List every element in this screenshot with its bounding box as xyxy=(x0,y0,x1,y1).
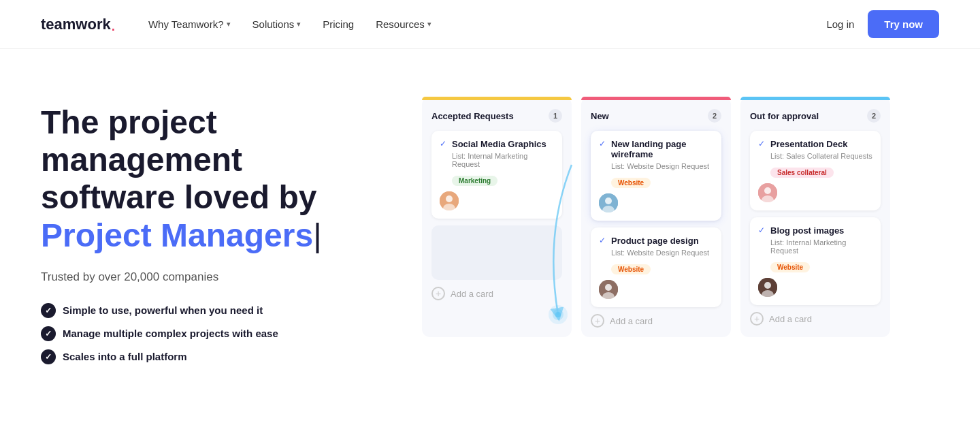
svg-point-10 xyxy=(764,187,771,194)
board-columns: Accepted Requests 1 ✓ Social Media Graph… xyxy=(422,90,939,337)
bullet-label-2: Manage multiple complex projects with ea… xyxy=(63,328,278,339)
column-header-new: New 2 xyxy=(591,109,721,123)
login-button[interactable]: Log in xyxy=(826,18,854,30)
plus-icon-approval: + xyxy=(750,312,764,326)
hero-heading: The project management software loved by… xyxy=(41,104,395,254)
try-now-button[interactable]: Try now xyxy=(868,10,939,38)
navbar: teamwork. Why Teamwork? ▾ Solutions ▾ Pr… xyxy=(0,0,980,49)
check-icon-blog: ✓ xyxy=(758,225,765,235)
avatar-social xyxy=(440,191,459,210)
bullet-2: ✓ Manage multiple complex projects with … xyxy=(41,326,395,341)
hero-heading-highlight: Project Managers xyxy=(41,217,313,253)
column-header-approval: Out for approval 2 xyxy=(750,109,881,123)
avatar-row-landing xyxy=(599,193,713,212)
card-title-social: Social Media Graphics xyxy=(452,139,554,149)
card-list-product: List: Website Design Request xyxy=(611,249,709,257)
nav-solutions-label: Solutions xyxy=(252,18,295,30)
card-product-page: ✓ Product page design List: Website Desi… xyxy=(591,227,721,307)
cursor: | xyxy=(313,217,321,253)
logo-text: teamwork xyxy=(41,16,111,33)
chevron-down-icon: ▾ xyxy=(297,20,301,29)
avatar-landing xyxy=(599,193,618,212)
card-list-blog: List: Internal Marketing Request xyxy=(770,238,872,255)
bullet-1: ✓ Simple to use, powerful when you need … xyxy=(41,303,395,318)
logo-dot: . xyxy=(111,16,116,33)
card-blog-post: ✓ Blog post images List: Internal Market… xyxy=(750,217,881,305)
add-card-label-approval: Add a card xyxy=(769,314,812,324)
plus-icon-new: + xyxy=(591,314,604,328)
hero-left: The project management software loved by… xyxy=(41,90,395,364)
nav-item-solutions[interactable]: Solutions ▾ xyxy=(252,18,301,30)
avatar-row-blog xyxy=(758,278,872,297)
avatar-row-social xyxy=(440,191,554,210)
hero-section: The project management software loved by… xyxy=(0,49,980,364)
nav-item-resources[interactable]: Resources ▾ xyxy=(376,18,431,30)
card-list-social: List: Internal Marketing Request xyxy=(452,152,554,168)
nav-why-label: Why Teamwork? xyxy=(148,18,224,30)
add-card-new[interactable]: + Add a card xyxy=(591,314,721,328)
nav-actions: Log in Try now xyxy=(826,10,939,38)
chevron-down-icon: ▾ xyxy=(227,20,231,29)
column-title-new: New xyxy=(591,111,609,121)
hero-bullets: ✓ Simple to use, powerful when you need … xyxy=(41,303,395,364)
tag-website-landing: Website xyxy=(611,178,651,188)
tag-marketing: Marketing xyxy=(452,176,497,186)
hero-heading-line1: The project management xyxy=(41,104,242,178)
nav-item-pricing[interactable]: Pricing xyxy=(323,18,354,30)
card-presentation-deck: ✓ Presentation Deck List: Sales Collater… xyxy=(750,131,881,210)
nav-resources-label: Resources xyxy=(376,18,425,30)
column-top-bar-blue xyxy=(740,97,890,100)
chevron-down-icon: ▾ xyxy=(427,20,431,29)
svg-point-4 xyxy=(605,198,612,204)
avatar-product xyxy=(599,280,618,299)
kanban-board: Accepted Requests 1 ✓ Social Media Graph… xyxy=(422,90,939,337)
svg-point-7 xyxy=(605,284,612,291)
card-title-product: Product page design xyxy=(611,236,709,246)
check-icon-2: ✓ xyxy=(41,326,56,341)
column-top-bar-yellow xyxy=(422,97,572,100)
column-count-approval: 2 xyxy=(867,109,881,123)
hero-trusted: Trusted by over 20,000 companies xyxy=(41,270,395,284)
plus-icon: + xyxy=(431,287,445,300)
check-icon: ✓ xyxy=(440,139,446,148)
nav-links: Why Teamwork? ▾ Solutions ▾ Pricing Reso… xyxy=(148,18,826,30)
tag-sales-deck: Sales collateral xyxy=(770,168,834,178)
avatar-row-product xyxy=(599,280,713,299)
avatar-blog xyxy=(758,278,777,297)
check-icon-product: ✓ xyxy=(599,236,606,245)
card-title-landing: New landing page wireframe xyxy=(611,139,713,159)
tag-website-blog: Website xyxy=(770,262,810,272)
column-title-approval: Out for approval xyxy=(750,111,819,121)
add-card-label-new: Add a card xyxy=(610,316,653,326)
add-card-label-accepted: Add a card xyxy=(451,289,493,299)
column-header-accepted: Accepted Requests 1 xyxy=(431,109,562,123)
column-new: New 2 ✓ New landing page wireframe List:… xyxy=(581,97,731,337)
svg-point-1 xyxy=(446,195,453,202)
check-icon-deck: ✓ xyxy=(758,139,765,148)
bullet-label-3: Scales into a full platform xyxy=(63,351,187,362)
column-count-accepted: 1 xyxy=(549,109,562,123)
column-accepted: Accepted Requests 1 ✓ Social Media Graph… xyxy=(422,97,572,337)
card-social-media: ✓ Social Media Graphics List: Internal M… xyxy=(431,131,562,219)
card-title-blog: Blog post images xyxy=(770,225,872,236)
check-icon-3: ✓ xyxy=(41,349,56,364)
column-title-accepted: Accepted Requests xyxy=(431,111,514,121)
column-out-for-approval: Out for approval 2 ✓ Presentation Deck L… xyxy=(740,97,890,337)
tag-website-product: Website xyxy=(611,264,651,274)
logo[interactable]: teamwork. xyxy=(41,16,116,33)
svg-point-13 xyxy=(764,282,771,289)
check-icon-landing: ✓ xyxy=(599,139,606,148)
bullet-label-1: Simple to use, powerful when you need it xyxy=(63,304,263,316)
check-icon-1: ✓ xyxy=(41,303,56,318)
card-placeholder-accepted xyxy=(431,225,562,280)
hero-heading-line2: software loved by xyxy=(41,179,316,215)
column-top-bar-pink xyxy=(581,97,731,100)
avatar-row-deck xyxy=(758,183,872,202)
card-list-landing: List: Website Design Request xyxy=(611,162,713,170)
card-title-deck: Presentation Deck xyxy=(770,139,872,149)
add-card-accepted[interactable]: + Add a card xyxy=(431,287,562,300)
add-card-approval[interactable]: + Add a card xyxy=(750,312,881,326)
avatar-deck xyxy=(758,183,777,202)
nav-item-why[interactable]: Why Teamwork? ▾ xyxy=(148,18,231,30)
bullet-3: ✓ Scales into a full platform xyxy=(41,349,395,364)
